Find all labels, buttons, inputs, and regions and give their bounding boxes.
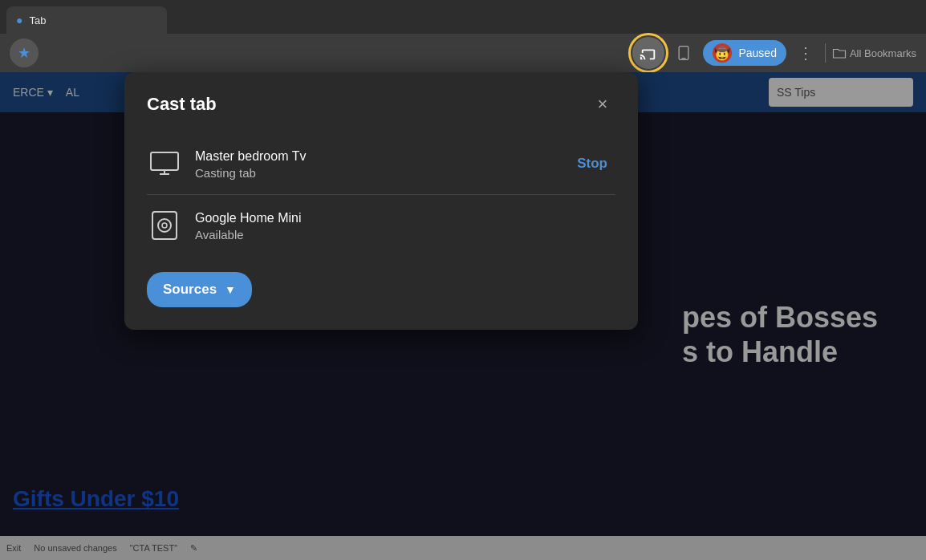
sources-button[interactable]: Sources ▼	[147, 272, 252, 307]
tv-device-icon	[147, 146, 182, 181]
svg-point-6	[158, 219, 171, 232]
more-icon: ⋮	[798, 43, 814, 63]
device-item-speaker[interactable]: Google Home Mini Available	[147, 198, 615, 253]
tab-bar: ● Tab	[0, 0, 926, 34]
nav-bar: ★ 🤠 Paused ⋮	[0, 34, 926, 72]
more-options-button[interactable]: ⋮	[793, 40, 818, 66]
svg-point-7	[162, 223, 167, 228]
close-button[interactable]: ×	[590, 91, 615, 117]
speaker-device-name: Google Home Mini	[195, 209, 615, 227]
tablet-icon	[676, 45, 692, 61]
close-icon: ×	[598, 94, 608, 115]
popup-title: Cast tab	[147, 94, 217, 115]
cast-tab-popup: Cast tab × Master bedroom Tv Casting tab…	[124, 72, 638, 330]
avatar: 🤠	[713, 43, 732, 63]
folder-icon	[832, 47, 847, 59]
svg-rect-2	[151, 152, 178, 170]
star-icon: ★	[18, 44, 30, 62]
profile-paused-button[interactable]: 🤠 Paused	[703, 40, 786, 66]
popup-divider	[147, 194, 615, 195]
speaker-device-icon	[147, 208, 182, 243]
reading-list-button[interactable]	[671, 40, 697, 66]
sources-label: Sources	[163, 282, 217, 298]
tab-favicon: ●	[16, 14, 22, 26]
speaker-icon	[152, 211, 177, 240]
speaker-device-status: Available	[195, 228, 615, 241]
all-bookmarks-button[interactable]: All Bookmarks	[832, 47, 916, 59]
tv-icon	[150, 152, 179, 176]
browser-chrome: ● Tab ★ 🤠 Paused ⋮	[0, 0, 926, 72]
speaker-device-info: Google Home Mini Available	[195, 209, 615, 241]
bookmarks-bar: All Bookmarks	[832, 47, 916, 59]
tv-device-name: Master bedroom Tv	[195, 148, 556, 165]
device-item-tv[interactable]: Master bedroom Tv Casting tab Stop	[147, 136, 615, 191]
nav-divider	[825, 43, 826, 63]
tv-device-info: Master bedroom Tv Casting tab	[195, 148, 556, 179]
active-tab[interactable]: ● Tab	[6, 6, 167, 34]
stop-casting-button[interactable]: Stop	[569, 151, 615, 177]
all-bookmarks-label: All Bookmarks	[850, 47, 916, 59]
popup-header: Cast tab ×	[147, 91, 615, 117]
paused-label: Paused	[738, 47, 776, 59]
bookmark-star-button[interactable]: ★	[10, 39, 39, 67]
tab-label: Tab	[29, 14, 46, 26]
svg-rect-0	[680, 47, 689, 60]
cast-icon	[640, 44, 657, 62]
tv-device-status: Casting tab	[195, 166, 556, 180]
svg-rect-5	[152, 212, 177, 239]
cast-button[interactable]	[632, 37, 664, 69]
sources-chevron-icon: ▼	[225, 283, 236, 296]
